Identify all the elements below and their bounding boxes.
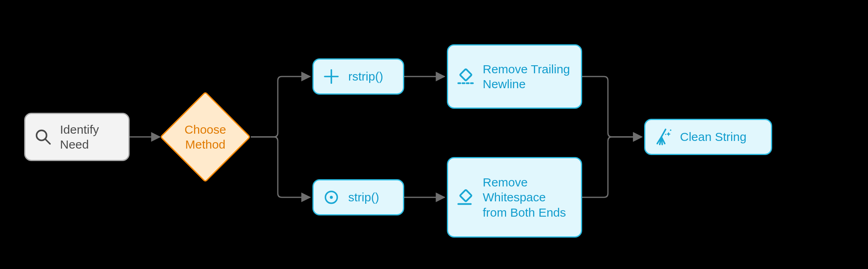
node-rstrip: rstrip() [312,58,404,95]
node-strip: strip() [312,179,404,215]
node-choose-method: Choose Method [173,105,238,169]
svg-line-10 [661,129,665,137]
node-clean-string: Clean String [644,119,772,155]
svg-point-12 [665,134,666,135]
edge-choose-rstrip [251,77,310,137]
node-label: strip() [348,190,379,205]
edge-remws-clean [582,137,642,197]
svg-point-11 [670,130,672,131]
svg-line-1 [45,139,50,144]
search-icon [32,126,54,148]
node-identify-need: Identify Need [24,113,130,161]
edge-choose-strip [251,137,310,197]
eraser-line-icon [455,186,477,209]
node-label: rstrip() [348,69,383,84]
node-label: Remove Whitespace from Both Ends [483,175,573,220]
svg-rect-6 [460,69,471,81]
node-remove-whitespace-both-ends: Remove Whitespace from Both Ends [447,157,582,238]
eraser-dashed-icon [455,65,477,88]
flowchart-canvas: Identify Need Choose Method rstrip() str… [0,0,868,269]
plus-icon [320,65,343,88]
node-remove-trailing-newline: Remove Trailing New­line [447,44,582,109]
broom-sparkle-icon [652,126,674,148]
record-icon [320,186,343,209]
node-label: Choose Method [173,105,238,169]
node-label: Clean String [680,129,746,145]
node-label: Identify Need [60,122,120,152]
edge-remtrail-clean [582,77,642,137]
svg-rect-8 [460,190,471,201]
node-label: Remove Trailing New­line [483,62,573,92]
svg-point-5 [330,196,333,199]
